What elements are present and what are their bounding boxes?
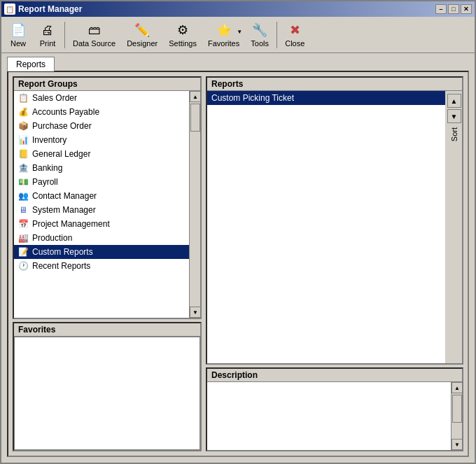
toolbar: 📄 New 🖨 Print 🗃 Data Source ✏️ Designer … bbox=[1, 17, 475, 53]
accounts-payable-icon: 💰 bbox=[17, 106, 29, 118]
tabs-area: Reports bbox=[1, 53, 475, 71]
description-header: Description bbox=[207, 369, 462, 382]
project-management-icon: 📅 bbox=[17, 218, 29, 230]
description-panel: Description ▲ ▼ bbox=[206, 367, 463, 451]
toolbar-sep-2 bbox=[276, 22, 277, 48]
favorites-panel: Favorites bbox=[13, 322, 202, 451]
custom-reports-icon: 📝 bbox=[17, 246, 29, 258]
report-groups-list-wrapper: 📋 Sales Order 💰 Accounts Payable 📦 bbox=[14, 91, 200, 318]
contact-manager-icon: 👥 bbox=[17, 190, 29, 202]
designer-button[interactable]: ✏️ Designer bbox=[122, 20, 162, 50]
desc-scrollbar-thumb[interactable] bbox=[452, 395, 462, 423]
new-button[interactable]: 📄 New bbox=[4, 20, 32, 50]
report-groups-scrollbar[interactable]: ▲ ▼ bbox=[189, 91, 200, 318]
sort-panel: ▲ ▼ Sort bbox=[445, 91, 462, 363]
desc-scroll-down[interactable]: ▼ bbox=[451, 439, 462, 450]
tools-label: Tools bbox=[251, 39, 269, 48]
favorites-header: Favorites bbox=[14, 323, 200, 337]
reports-list-header: Reports bbox=[207, 78, 462, 91]
purchase-order-icon: 📦 bbox=[17, 120, 29, 132]
close-toolbar-button[interactable]: ✖ Close bbox=[280, 20, 309, 50]
description-scrollbar[interactable]: ▲ ▼ bbox=[451, 382, 462, 450]
report-groups-header: Report Groups bbox=[14, 78, 200, 91]
content-inner: Report Groups 📋 Sales Order 💰 Accou bbox=[8, 72, 468, 456]
list-item[interactable]: 🕐 Recent Reports bbox=[14, 259, 189, 273]
minimize-button[interactable]: – bbox=[435, 4, 447, 14]
print-button[interactable]: 🖨 Print bbox=[34, 20, 62, 50]
toolbar-sep-1 bbox=[64, 22, 65, 48]
data-source-label: Data Source bbox=[73, 39, 115, 48]
report-groups-panel: Report Groups 📋 Sales Order 💰 Accou bbox=[13, 76, 202, 319]
system-manager-icon: 🖥 bbox=[17, 204, 29, 216]
data-source-icon: 🗃 bbox=[86, 22, 103, 38]
window-controls: – □ ✕ bbox=[435, 4, 472, 14]
scroll-up-button[interactable]: ▲ bbox=[190, 91, 200, 102]
favorites-dropdown-arrow: ▼ bbox=[237, 29, 242, 35]
main-window: 📋 Report Manager – □ ✕ 📄 New 🖨 Print 🗃 D… bbox=[0, 0, 476, 464]
right-panel: Reports Custom Picking Ticket ▲ ▼ Sort bbox=[206, 76, 463, 451]
description-content: ▲ ▼ bbox=[207, 382, 462, 450]
scrollbar-thumb[interactable] bbox=[190, 104, 200, 132]
reports-list-panel: Reports Custom Picking Ticket ▲ ▼ Sort bbox=[206, 76, 463, 365]
list-item-custom-reports[interactable]: 📝 Custom Reports bbox=[14, 245, 189, 259]
new-label: New bbox=[10, 39, 26, 48]
print-label: Print bbox=[40, 39, 56, 48]
tab-reports[interactable]: Reports bbox=[7, 57, 55, 71]
desc-scrollbar-track bbox=[451, 393, 462, 439]
maximize-button[interactable]: □ bbox=[448, 4, 459, 14]
production-icon: 🏭 bbox=[17, 232, 29, 244]
favorites-button[interactable]: ⭐ Favorites ▼ bbox=[203, 20, 244, 50]
list-item[interactable]: 💵 Payroll bbox=[14, 175, 189, 189]
favorites-content bbox=[14, 337, 200, 450]
settings-icon: ⚙ bbox=[174, 22, 191, 38]
data-source-button[interactable]: 🗃 Data Source bbox=[68, 20, 120, 50]
close-button[interactable]: ✕ bbox=[461, 4, 472, 14]
reports-list[interactable]: Custom Picking Ticket bbox=[207, 91, 445, 363]
app-icon: 📋 bbox=[4, 3, 15, 15]
sort-down-button[interactable]: ▼ bbox=[447, 109, 461, 123]
close-icon: ✖ bbox=[286, 22, 303, 38]
list-item[interactable]: 📅 Project Management bbox=[14, 217, 189, 231]
description-text bbox=[207, 382, 451, 450]
designer-label: Designer bbox=[127, 39, 158, 48]
window-title: Report Manager bbox=[18, 4, 435, 14]
list-item[interactable]: 📒 General Ledger bbox=[14, 147, 189, 161]
tools-icon: 🔧 bbox=[251, 22, 268, 38]
sort-up-button[interactable]: ▲ bbox=[447, 94, 461, 108]
desc-scroll-up[interactable]: ▲ bbox=[451, 382, 462, 393]
recent-reports-icon: 🕐 bbox=[17, 260, 29, 272]
payroll-icon: 💵 bbox=[17, 176, 29, 188]
general-ledger-icon: 📒 bbox=[17, 148, 29, 160]
favorites-label: Favorites bbox=[208, 39, 239, 48]
print-icon: 🖨 bbox=[39, 22, 56, 38]
inventory-icon: 📊 bbox=[17, 134, 29, 146]
list-item[interactable]: 🏭 Production bbox=[14, 231, 189, 245]
report-item-custom-picking-ticket[interactable]: Custom Picking Ticket bbox=[207, 91, 445, 105]
scrollbar-track bbox=[190, 102, 200, 307]
sort-label: Sort bbox=[450, 127, 458, 141]
main-content: Report Groups 📋 Sales Order 💰 Accou bbox=[7, 71, 469, 457]
designer-icon: ✏️ bbox=[134, 22, 150, 38]
list-item[interactable]: 🖥 System Manager bbox=[14, 203, 189, 217]
report-groups-list[interactable]: 📋 Sales Order 💰 Accounts Payable 📦 bbox=[14, 91, 189, 318]
list-item[interactable]: 📋 Sales Order bbox=[14, 91, 189, 105]
title-bar: 📋 Report Manager – □ ✕ bbox=[1, 1, 475, 17]
settings-label: Settings bbox=[169, 39, 197, 48]
banking-icon: 🏦 bbox=[17, 162, 29, 174]
list-item[interactable]: 📦 Purchase Order bbox=[14, 119, 189, 133]
reports-list-area: Custom Picking Ticket ▲ ▼ Sort bbox=[207, 91, 462, 363]
list-item[interactable]: 👥 Contact Manager bbox=[14, 189, 189, 203]
favorites-icon: ⭐ bbox=[216, 22, 232, 38]
new-icon: 📄 bbox=[10, 22, 27, 38]
close-label: Close bbox=[285, 39, 304, 48]
scroll-down-button[interactable]: ▼ bbox=[190, 307, 200, 318]
list-item[interactable]: 🏦 Banking bbox=[14, 161, 189, 175]
sales-order-icon: 📋 bbox=[17, 92, 29, 104]
tools-button[interactable]: 🔧 Tools bbox=[246, 20, 274, 50]
list-item[interactable]: 📊 Inventory bbox=[14, 133, 189, 147]
settings-button[interactable]: ⚙ Settings bbox=[164, 20, 202, 50]
left-panel: Report Groups 📋 Sales Order 💰 Accou bbox=[13, 76, 202, 451]
list-item[interactable]: 💰 Accounts Payable bbox=[14, 105, 189, 119]
